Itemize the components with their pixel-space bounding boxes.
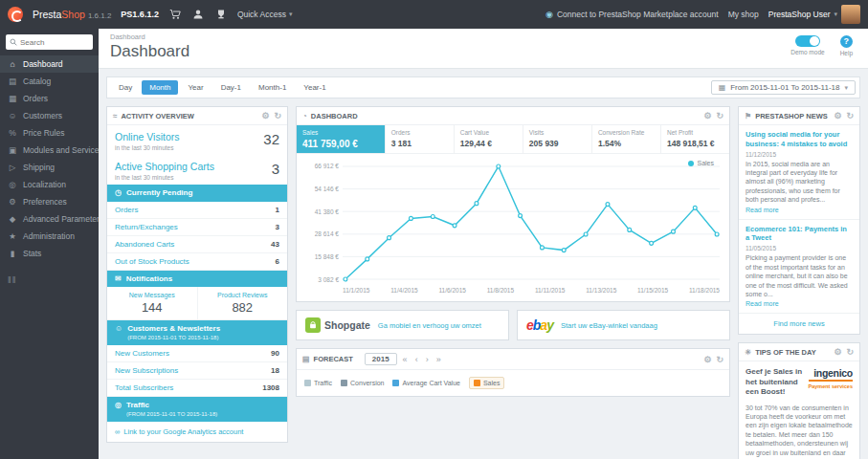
total-subscribers-link[interactable]: Total Subscribers — [115, 383, 173, 392]
read-more-link[interactable]: Read more — [746, 300, 779, 307]
filter-month-1-button[interactable]: Month-1 — [251, 80, 294, 95]
forecast-year-select[interactable]: 2015 — [365, 353, 397, 365]
search-input[interactable] — [6, 34, 93, 50]
new-customers-count: 90 — [271, 349, 279, 358]
forecast-legend-average-cart-value[interactable]: Average Cart Value — [392, 380, 459, 386]
new-messages-cell[interactable]: New Messages 144 — [107, 287, 197, 319]
prev-year-icon[interactable]: ‹ — [413, 355, 420, 364]
kpi-orders[interactable]: Orders 3 181 — [386, 125, 455, 153]
sidebar-item-stats[interactable]: ▮Stats — [0, 245, 99, 262]
cart-icon[interactable] — [168, 8, 182, 21]
caret-down-icon: ▾ — [834, 11, 837, 18]
legend-label: Sales — [697, 160, 714, 166]
forecast-legend-conversion[interactable]: Conversion — [341, 380, 384, 386]
sidebar-item-localization[interactable]: ◎Localization — [0, 176, 99, 193]
demo-mode-toggle[interactable] — [795, 35, 820, 47]
refresh-icon[interactable]: ↻ — [846, 347, 854, 357]
sidebar-item-shipping[interactable]: ▷Shipping — [0, 159, 99, 176]
shop-name[interactable]: PS1.6.1.2 — [121, 10, 159, 19]
filter-year-button[interactable]: Year — [180, 80, 211, 95]
sidebar-item-label: Localization — [23, 180, 66, 189]
kpi-value: 3 181 — [391, 139, 448, 148]
orders-link[interactable]: Orders — [115, 206, 138, 214]
online-visitors-link[interactable]: Online Visitors — [115, 131, 180, 142]
gear-icon[interactable]: ⚙ — [703, 355, 711, 364]
returns-link[interactable]: Return/Exchanges — [115, 223, 178, 231]
sidebar-item-preferences[interactable]: ⚙Preferences — [0, 193, 99, 210]
ingenico-subtitle: Payment services — [809, 383, 853, 389]
prestashop-logo[interactable] — [8, 7, 23, 22]
active-carts-link[interactable]: Active Shopping Carts — [115, 161, 214, 172]
gear-icon: ⚙ — [8, 197, 17, 207]
gear-icon[interactable]: ⚙ — [834, 111, 841, 120]
caret-down-icon: ▾ — [844, 84, 848, 92]
sidebar-item-modules[interactable]: ▣Modules and Services — [0, 142, 99, 159]
toggle-knob — [810, 36, 819, 46]
kpi-label: Sales — [302, 129, 379, 136]
filter-day-1-button[interactable]: Day-1 — [213, 80, 249, 95]
gear-icon[interactable]: ⚙ — [834, 347, 841, 357]
active-carts-metric: Active Shopping Carts in the last 30 min… — [107, 155, 287, 185]
sidebar-item-dashboard[interactable]: ⌂Dashboard — [0, 55, 99, 73]
gear-icon[interactable]: ⚙ — [703, 111, 711, 120]
sidebar-item-price-rules[interactable]: %Price Rules — [0, 124, 99, 142]
find-more-news-link[interactable]: Find more news — [739, 314, 859, 334]
forecast-legend: Traffic Conversion Average Cart Value Sa… — [297, 370, 729, 396]
refresh-icon[interactable]: ↻ — [716, 111, 723, 120]
activity-icon: ≈ — [113, 112, 117, 120]
filter-day-button[interactable]: Day — [111, 80, 140, 95]
marketplace-link[interactable]: ◉Connect to PrestaShop Marketplace accou… — [545, 10, 719, 19]
new-customers-link[interactable]: New Customers — [115, 349, 169, 358]
activity-overview-panel: ≈ ACTIVITY OVERVIEW ⚙ ↻ Online Visitors … — [106, 106, 288, 443]
out-of-stock-link[interactable]: Out of Stock Products — [115, 257, 189, 266]
sidebar-collapse-button[interactable]: ‖‖ — [8, 275, 91, 285]
my-shop-link[interactable]: My shop — [728, 10, 759, 19]
notifications-header: ✉ Notifications — [107, 271, 287, 288]
marketplace-icon: ◉ — [545, 10, 553, 19]
brand-title[interactable]: PrestaShop1.6.1.2 — [33, 9, 111, 20]
product-reviews-cell[interactable]: Product Reviews 882 — [197, 287, 288, 319]
forecast-legend-traffic[interactable]: Traffic — [304, 380, 332, 386]
legend-label: Average Cart Value — [402, 380, 459, 386]
sidebar-item-orders[interactable]: ▦Orders — [0, 90, 99, 107]
filter-month-button[interactable]: Month — [142, 80, 178, 95]
quick-access-label: Quick Access — [237, 10, 286, 19]
refresh-icon[interactable]: ↻ — [716, 355, 723, 364]
refresh-icon[interactable]: ↻ — [274, 111, 281, 120]
quick-access-menu[interactable]: Quick Access▾ — [237, 10, 293, 19]
refresh-icon[interactable]: ↻ — [846, 111, 854, 120]
date-range-picker[interactable]: ▦ From 2015-11-01 To 2015-11-18 ▾ — [711, 80, 856, 95]
new-subscriptions-link[interactable]: New Subscriptions — [115, 366, 178, 375]
sidebar-item-customers[interactable]: ☺Customers — [0, 107, 99, 124]
sidebar-item-catalog[interactable]: ▤Catalog — [0, 73, 99, 90]
next-year-fast-icon[interactable]: » — [434, 355, 443, 364]
next-year-icon[interactable]: › — [424, 355, 431, 364]
sidebar-item-administration[interactable]: ★Administration — [0, 228, 99, 245]
filter-year-1-button[interactable]: Year-1 — [296, 80, 333, 95]
abandoned-carts-link[interactable]: Abandoned Carts — [115, 240, 174, 249]
user-menu[interactable]: PrestaShop User▾ — [768, 5, 860, 24]
sidebar-item-label: Price Rules — [23, 128, 64, 138]
kpi-net-profit[interactable]: Net Profit 148 918,51 € — [661, 125, 729, 153]
news-article-title[interactable]: Using social media for your business: 4 … — [746, 130, 853, 149]
prev-year-fast-icon[interactable]: « — [401, 355, 410, 364]
sidebar-item-advanced-parameters[interactable]: ◆Advanced Parameters — [0, 210, 99, 228]
kpi-conversion-rate[interactable]: Conversion Rate 1.54% — [592, 125, 661, 153]
employee-icon[interactable] — [191, 8, 205, 21]
help-icon[interactable]: ? — [840, 35, 853, 48]
date-range-label: From 2015-11-01 To 2015-11-18 — [730, 83, 839, 92]
ebay-link[interactable]: Start uw eBay-winkel vandaag — [561, 321, 657, 330]
trophy-icon[interactable] — [214, 8, 228, 21]
kpi-visits[interactable]: Visits 205 939 — [523, 125, 592, 153]
pending-row-returns: Return/Exchanges3 — [107, 219, 287, 236]
shopgate-link[interactable]: Ga mobiel en verhoog uw omzet — [378, 321, 481, 330]
gear-icon[interactable]: ⚙ — [261, 111, 269, 120]
kpi-sales[interactable]: Sales 411 759,00 € — [297, 125, 386, 153]
forecast-legend-sales[interactable]: Sales — [469, 377, 505, 389]
news-article-title[interactable]: Ecommerce 101: Payments in a Tweet — [746, 225, 853, 244]
read-more-link[interactable]: Read more — [746, 207, 779, 213]
traffic-title: Traffic — [126, 401, 149, 409]
kpi-cart-value[interactable]: Cart Value 129,44 € — [455, 125, 523, 153]
shopgate-logo: Shopgate — [305, 317, 370, 333]
google-analytics-link[interactable]: ∞ Link to your Google Analytics account — [107, 422, 287, 442]
